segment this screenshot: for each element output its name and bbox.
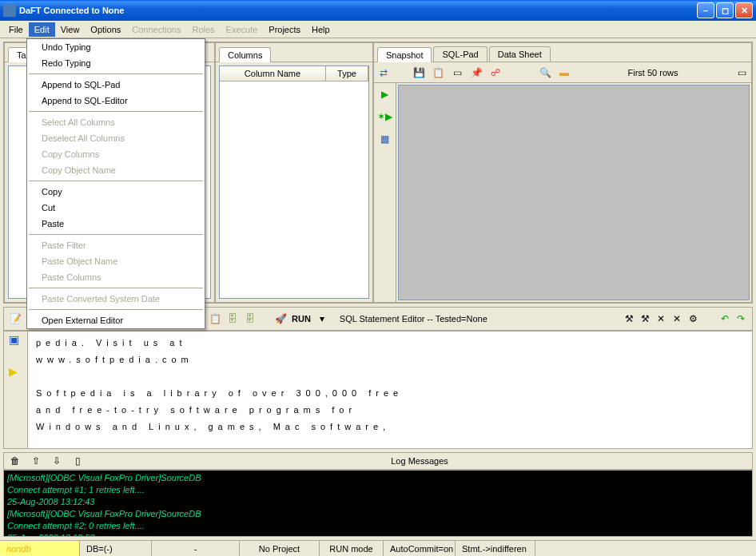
log-down-icon[interactable]: ⇩ bbox=[50, 455, 63, 467]
columns-panel: Columns Column Name Type bbox=[215, 42, 373, 303]
log-up-icon[interactable]: ⇧ bbox=[30, 455, 42, 467]
menu-deselect-all: Deselect All Columns bbox=[27, 130, 205, 146]
note-icon[interactable]: 📝 bbox=[9, 312, 22, 325]
copy-icon[interactable]: 📋 bbox=[432, 66, 444, 79]
tab-sqlpad[interactable]: SQL-Pad bbox=[433, 46, 487, 62]
log-line: 25-Aug-2008 13:12:43 bbox=[7, 496, 749, 508]
status-autocommit: AutoCommit=on bbox=[384, 541, 456, 556]
menu-paste[interactable]: Paste bbox=[27, 216, 205, 232]
statusbar: nondb DB=(-) - No Project RUN mode AutoC… bbox=[0, 540, 756, 556]
tool1-icon[interactable]: ⚒ bbox=[623, 312, 635, 325]
arrow-right-icon[interactable]: ▶ bbox=[379, 88, 392, 101]
menu-paste-obj: Paste Object Name bbox=[27, 253, 205, 269]
menu-connections[interactable]: Connections bbox=[126, 22, 186, 37]
redo-icon[interactable]: ↷ bbox=[734, 312, 747, 325]
columns-body: Column Name Type bbox=[219, 66, 369, 299]
sql-status: SQL Statement Editor -- Tested=None bbox=[340, 314, 487, 324]
menu-paste-filter: Paste Filter bbox=[27, 237, 205, 253]
snapshot-toolbar: ⇄ 💾 📋 ▭ 📌 ☍ 🔍 ▬ First 50 rows ▭ bbox=[374, 62, 751, 83]
status-mode: RUN mode bbox=[320, 541, 384, 556]
nav-arrows-icon[interactable]: ⇄ bbox=[377, 66, 390, 79]
snapshot-canvas bbox=[398, 85, 750, 300]
menu-select-all: Select All Columns bbox=[27, 114, 205, 130]
marker-arrow-icon: ▶ bbox=[9, 365, 18, 378]
tool4-icon[interactable]: ✕ bbox=[670, 312, 683, 325]
status-db: DB=(-) bbox=[80, 541, 152, 556]
save-icon[interactable]: 💾 bbox=[412, 66, 425, 79]
menu-view[interactable]: View bbox=[55, 22, 86, 37]
close-button[interactable]: ✕ bbox=[735, 2, 753, 18]
menu-paste-date: Paste Converted System Date bbox=[27, 291, 205, 307]
grid-icon[interactable]: ▦ bbox=[379, 133, 392, 145]
sql-editor[interactable]: ▣ ▶ pedia. Visit us at www.softpedia.com… bbox=[3, 331, 753, 449]
menu-copy-cols: Copy Columns bbox=[27, 146, 205, 162]
menu-copy[interactable]: Copy bbox=[27, 184, 205, 200]
tool5-icon[interactable]: ⚙ bbox=[686, 312, 699, 325]
log-doc-icon[interactable]: ▯ bbox=[71, 455, 84, 467]
menu-cut[interactable]: Cut bbox=[27, 200, 205, 216]
menu-open-ext[interactable]: Open External Editor bbox=[27, 312, 205, 328]
log-line: 25-Aug-2008 13:12:53 bbox=[7, 532, 749, 537]
box-icon[interactable]: ▭ bbox=[735, 66, 748, 79]
star-arrow-icon[interactable]: ✶▶ bbox=[379, 110, 392, 123]
titlebar: DaFT Connected to None – ◻ ✕ bbox=[0, 0, 756, 21]
log-panel[interactable]: [Microsoft][ODBC Visual FoxPro Driver]So… bbox=[3, 470, 753, 537]
menu-file[interactable]: File bbox=[3, 22, 29, 37]
menu-projects[interactable]: Projects bbox=[263, 22, 306, 37]
log-clear-icon[interactable]: 🗑 bbox=[9, 455, 22, 467]
folder-icon[interactable]: ▬ bbox=[558, 66, 571, 79]
maximize-button[interactable]: ◻ bbox=[716, 2, 734, 18]
menu-append-pad[interactable]: Append to SQL-Pad bbox=[27, 77, 205, 93]
window-title: DaFT Connected to None bbox=[19, 6, 697, 15]
menu-copy-obj: Copy Object Name bbox=[27, 162, 205, 178]
rocket-icon[interactable]: 🚀 bbox=[274, 312, 287, 325]
editor-text[interactable]: pedia. Visit us at www.softpedia.com Sof… bbox=[28, 332, 752, 448]
copy2-icon[interactable]: 📋 bbox=[209, 312, 221, 325]
menu-redo[interactable]: Redo Typing bbox=[27, 55, 205, 71]
log-line: [Microsoft][ODBC Visual FoxPro Driver]So… bbox=[7, 508, 749, 520]
rows-label: First 50 rows bbox=[577, 68, 729, 77]
search-icon[interactable]: 🔍 bbox=[539, 66, 551, 79]
snapshot-panel: Snapshot SQL-Pad Data Sheet ⇄ 💾 📋 ▭ 📌 ☍ … bbox=[373, 42, 752, 303]
undo-icon[interactable]: ↶ bbox=[718, 312, 731, 325]
marker-book-icon: ▣ bbox=[9, 333, 19, 346]
status-project: No Project bbox=[240, 541, 320, 556]
app-icon bbox=[3, 4, 16, 17]
tool2-icon[interactable]: ⚒ bbox=[639, 312, 651, 325]
log-line: Connect attempt #1; 1 retries left.... bbox=[7, 484, 749, 496]
status-conn: nondb bbox=[0, 541, 80, 556]
log-line: Connect attempt #2; 0 retries left.... bbox=[7, 520, 749, 532]
status-stmt: Stmt.->indifferen bbox=[456, 541, 535, 556]
menu-execute[interactable]: Execute bbox=[221, 22, 264, 37]
pin-icon[interactable]: 📌 bbox=[470, 66, 483, 79]
run-button[interactable]: RUN bbox=[292, 314, 311, 324]
db2-icon[interactable]: 🗄 bbox=[244, 312, 257, 325]
tab-snapshot[interactable]: Snapshot bbox=[377, 47, 432, 62]
log-title: Log Messages bbox=[92, 456, 747, 466]
menu-roles[interactable]: Roles bbox=[186, 22, 220, 37]
menu-help[interactable]: Help bbox=[306, 22, 336, 37]
col-header-name[interactable]: Column Name bbox=[220, 66, 326, 81]
menu-options[interactable]: Options bbox=[85, 22, 126, 37]
edit-dropdown: Undo Typing Redo Typing Append to SQL-Pa… bbox=[26, 38, 205, 329]
run-dropdown-icon[interactable]: ▾ bbox=[316, 312, 328, 325]
menu-paste-cols: Paste Columns bbox=[27, 269, 205, 285]
menu-undo[interactable]: Undo Typing bbox=[27, 39, 205, 55]
menu-edit[interactable]: Edit bbox=[29, 22, 55, 37]
tab-datasheet[interactable]: Data Sheet bbox=[489, 46, 551, 62]
minimize-button[interactable]: – bbox=[697, 2, 714, 18]
tab-columns[interactable]: Columns bbox=[219, 47, 271, 62]
col-header-type[interactable]: Type bbox=[326, 66, 368, 81]
filter-icon[interactable]: ☍ bbox=[489, 66, 502, 79]
editor-gutter: ▣ ▶ bbox=[4, 332, 28, 448]
log-line: [Microsoft][ODBC Visual FoxPro Driver]So… bbox=[7, 472, 749, 484]
status-dash: - bbox=[152, 541, 240, 556]
tool3-icon[interactable]: ✕ bbox=[655, 312, 667, 325]
menu-append-editor[interactable]: Append to SQL-Editor bbox=[27, 93, 205, 109]
db1-icon[interactable]: 🗄 bbox=[226, 312, 239, 325]
blank-icon[interactable]: ▭ bbox=[451, 66, 464, 79]
menubar: File Edit View Options Connections Roles… bbox=[0, 21, 756, 38]
snapshot-sidebar: ▶ ✶▶ ▦ bbox=[374, 83, 396, 302]
log-toolbar: 🗑 ⇧ ⇩ ▯ Log Messages bbox=[3, 452, 753, 470]
